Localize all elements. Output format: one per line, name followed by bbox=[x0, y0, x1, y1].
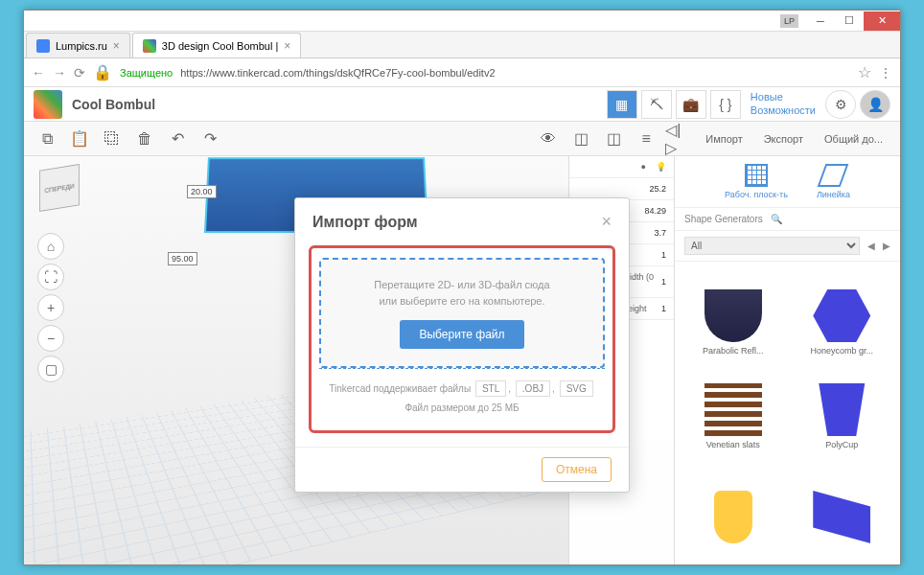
minimize-button[interactable]: ─ bbox=[806, 12, 835, 31]
support-text: Tinkercad поддерживает файлы STL, .OBJ, … bbox=[319, 368, 605, 417]
choose-file-button[interactable]: Выберите файл bbox=[400, 320, 523, 349]
size-text: Файл размером до 25 МБ bbox=[319, 402, 605, 413]
url-field[interactable]: https://www.tinkercad.com/things/dskQfRC… bbox=[180, 67, 850, 79]
modal-close-icon[interactable]: × bbox=[601, 212, 612, 232]
reload-icon[interactable]: ⟳ bbox=[74, 65, 85, 80]
modal-title: Импорт форм bbox=[312, 214, 418, 231]
address-bar: ← → ⟳ 🔒 Защищено https://www.tinkercad.c… bbox=[24, 58, 900, 87]
favicon-icon bbox=[143, 39, 156, 53]
tab-close-icon[interactable]: × bbox=[113, 39, 120, 53]
browser-window: LP ─ ☐ ✕ Lumpics.ru × 3D design Cool Bom… bbox=[23, 10, 901, 565]
tinkercad-app: Cool Bombul ▦ ⛏ 💼 { } НовыеВозможности ⚙… bbox=[24, 87, 900, 564]
maximize-button[interactable]: ☐ bbox=[835, 12, 864, 31]
tab-tinkercad[interactable]: 3D design Cool Bombul | × bbox=[132, 33, 302, 58]
tab-close-icon[interactable]: × bbox=[284, 39, 290, 53]
close-button[interactable]: ✕ bbox=[864, 12, 900, 31]
format-obj: .OBJ bbox=[516, 380, 550, 397]
menu-icon[interactable]: ⋮ bbox=[879, 65, 892, 80]
bookmark-icon[interactable]: ☆ bbox=[858, 63, 871, 81]
browser-tabs: Lumpics.ru × 3D design Cool Bombul | × bbox=[24, 32, 900, 58]
lp-badge: LP bbox=[780, 14, 798, 28]
import-modal: Импорт форм × Перетащите 2D- или 3D-файл… bbox=[294, 197, 630, 493]
drop-text-2: или выберите его на компьютере. bbox=[331, 293, 593, 310]
drop-zone[interactable]: Перетащите 2D- или 3D-файл сюда или выбе… bbox=[319, 258, 605, 368]
favicon-icon bbox=[36, 39, 50, 53]
format-svg: SVG bbox=[560, 380, 593, 397]
back-icon[interactable]: ← bbox=[32, 65, 45, 80]
tab-title: Lumpics.ru bbox=[56, 40, 107, 52]
titlebar: LP ─ ☐ ✕ bbox=[24, 11, 900, 32]
drop-text-1: Перетащите 2D- или 3D-файл сюда bbox=[331, 277, 593, 293]
tab-lumpics[interactable]: Lumpics.ru × bbox=[26, 33, 130, 58]
highlight-box: Перетащите 2D- или 3D-файл сюда или выбе… bbox=[309, 245, 615, 433]
format-stl: STL bbox=[475, 380, 506, 397]
modal-overlay: Импорт форм × Перетащите 2D- или 3D-файл… bbox=[24, 87, 900, 564]
forward-icon[interactable]: → bbox=[53, 65, 66, 80]
cancel-button[interactable]: Отмена bbox=[542, 457, 612, 482]
secure-label: Защищено bbox=[120, 67, 173, 79]
tab-title: 3D design Cool Bombul | bbox=[162, 40, 278, 52]
lock-icon: 🔒 bbox=[93, 63, 112, 81]
